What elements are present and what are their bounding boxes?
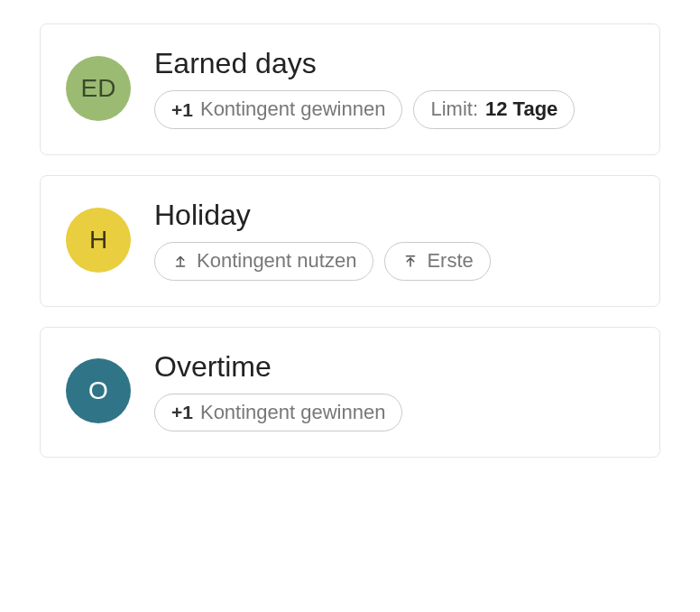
chip-use-quota[interactable]: Kontingent nutzen <box>154 242 373 281</box>
leave-type-card[interactable]: HHolidayKontingent nutzenErste <box>40 175 660 307</box>
chip-prefix: Limit: <box>430 97 478 123</box>
card-content: HolidayKontingent nutzenErste <box>154 199 634 281</box>
avatar: ED <box>66 56 131 121</box>
avatar: O <box>66 358 131 423</box>
leave-type-card[interactable]: OOvertime+1Kontingent gewinnen <box>40 327 660 459</box>
chip-gain-quota[interactable]: +1Kontingent gewinnen <box>154 90 402 129</box>
chip-label: Kontingent nutzen <box>197 248 356 274</box>
avatar: H <box>66 208 131 273</box>
chip-value: 12 Tage <box>485 97 557 123</box>
card-title: Overtime <box>154 351 634 383</box>
chip-limit[interactable]: Limit:12 Tage <box>413 90 575 129</box>
chip-label: Kontingent gewinnen <box>200 97 386 123</box>
chip-lead: +1 <box>171 400 193 424</box>
chips-row: +1Kontingent gewinnen <box>154 394 634 432</box>
chip-gain-quota[interactable]: +1Kontingent gewinnen <box>154 394 402 432</box>
chip-lead: +1 <box>171 97 193 122</box>
card-title: Earned days <box>154 48 634 79</box>
arrow-up-bar-icon <box>401 253 419 269</box>
leave-type-card[interactable]: EDEarned days+1Kontingent gewinnenLimit:… <box>40 23 660 155</box>
card-title: Holiday <box>154 199 634 231</box>
chips-row: Kontingent nutzenErste <box>154 242 634 281</box>
upload-icon <box>171 253 189 269</box>
chip-first[interactable]: Erste <box>384 242 490 281</box>
card-content: Overtime+1Kontingent gewinnen <box>154 351 634 432</box>
chip-label: Erste <box>427 248 473 274</box>
chip-label: Kontingent gewinnen <box>200 400 386 426</box>
chips-row: +1Kontingent gewinnenLimit:12 Tage <box>154 90 634 129</box>
card-content: Earned days+1Kontingent gewinnenLimit:12… <box>154 48 634 129</box>
